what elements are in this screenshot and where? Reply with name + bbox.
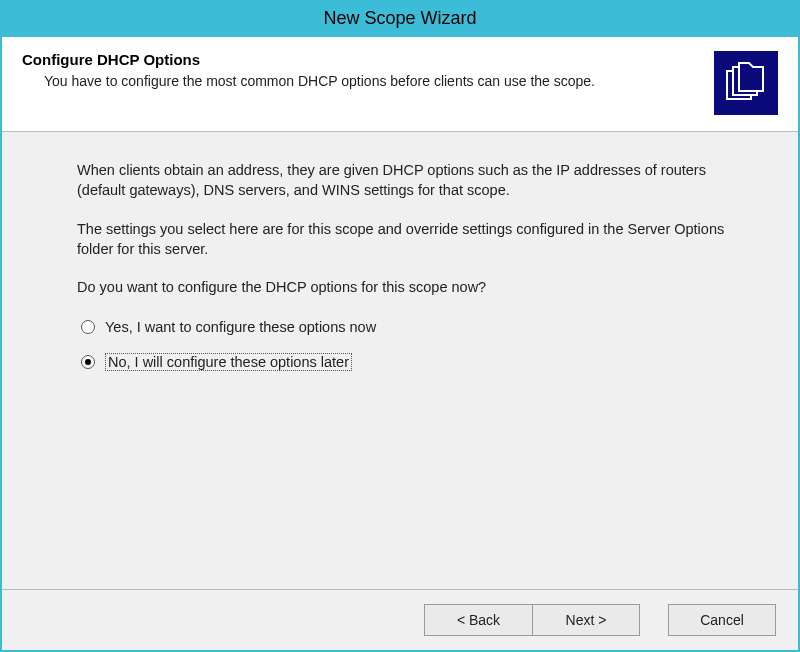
header-subtitle: You have to configure the most common DH… (22, 72, 694, 91)
header-text-block: Configure DHCP Options You have to confi… (22, 51, 714, 91)
radio-option-no[interactable]: No, I will configure these options later (81, 353, 738, 371)
cancel-button[interactable]: Cancel (668, 604, 776, 636)
nav-button-group: < Back Next > (424, 604, 640, 636)
content-question: Do you want to configure the DHCP option… (77, 277, 738, 297)
radio-label-no: No, I will configure these options later (105, 353, 352, 371)
header-title: Configure DHCP Options (22, 51, 694, 68)
wizard-header: Configure DHCP Options You have to confi… (2, 37, 798, 132)
back-button[interactable]: < Back (424, 604, 532, 636)
content-paragraph-2: The settings you select here are for thi… (77, 219, 738, 260)
content-paragraph-1: When clients obtain an address, they are… (77, 160, 738, 201)
radio-label-yes: Yes, I want to configure these options n… (105, 319, 376, 335)
folder-icon (714, 51, 778, 115)
wizard-content: When clients obtain an address, they are… (2, 132, 798, 589)
radio-option-yes[interactable]: Yes, I want to configure these options n… (81, 319, 738, 335)
next-button[interactable]: Next > (532, 604, 640, 636)
radio-icon-unselected (81, 320, 95, 334)
wizard-button-bar: < Back Next > Cancel (2, 589, 798, 650)
wizard-window: New Scope Wizard Configure DHCP Options … (0, 0, 800, 652)
options-radio-group: Yes, I want to configure these options n… (77, 319, 738, 371)
window-title: New Scope Wizard (2, 2, 798, 37)
radio-icon-selected (81, 355, 95, 369)
